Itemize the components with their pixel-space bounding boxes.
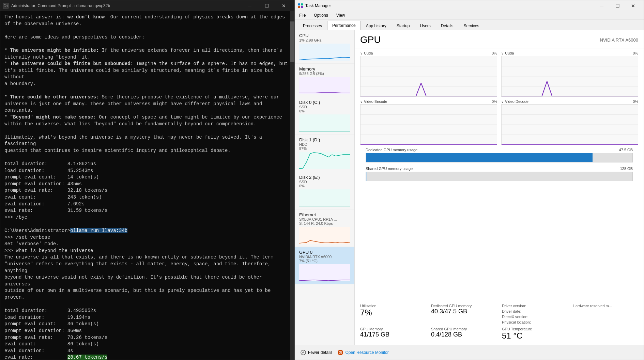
cmd-window: C:\ Administrator: Command Prompt - olla… [0,0,295,360]
menu-file[interactable]: File [298,12,307,18]
fewer-details-button[interactable]: Fewer details [301,350,332,355]
chart-block-decode: ∨ Video Decode 0% [501,99,638,145]
cuda1-arrow: ∨ [360,51,363,55]
sidebar-item-disk1[interactable]: Disk 1 (D:) HDD 97% [295,135,354,172]
stat-gpu-temperature-value: 51 °C [502,331,567,341]
encode-label: ∨ Video Encode [360,99,387,104]
cmd-minimize-button[interactable]: ─ [242,1,258,11]
sidebar-memory-graph [299,77,350,94]
sidebar-disk1-sub2: 97% [299,146,350,151]
tm-minimize-button[interactable]: ─ [594,1,610,11]
sidebar-item-disk0[interactable]: Disk 0 (C:) SSD 0% [295,97,354,135]
cuda2-pct: 0% [633,51,638,55]
tab-users[interactable]: Users [415,21,435,30]
svg-rect-6 [299,114,350,131]
stat-gpu-memory-value: 41/175 GB [360,331,426,338]
stat-hardware-reserved: Hardware reserved m... [573,304,638,324]
tab-startup[interactable]: Startup [392,21,415,30]
stat-driver-version-label: Driver version: [502,304,567,308]
gpu-title: GPU [360,34,381,45]
sidebar-gpu0-graph [299,264,350,281]
tm-restore-button[interactable]: ☐ [610,1,625,11]
cmd-title: Administrator: Command Prompt - ollama r… [11,3,110,8]
shared-memory-section: Shared GPU memory usage 128 GB [360,167,638,183]
stat-utilisation-value: 7% [360,308,426,317]
sidebar-ethernet-graph [299,227,350,244]
chart-section-video: ∨ Video Encode 0% [360,99,638,145]
scrollbar[interactable] [290,11,294,360]
tm-close-button[interactable]: ✕ [625,1,641,11]
tab-app-history[interactable]: App history [361,21,392,30]
chart-block-encode: ∨ Video Encode 0% [360,99,497,145]
stat-shared-gpu-memory-label: Shared GPU memory [431,327,496,331]
sidebar-disk2-sub2: 0% [299,184,350,188]
stat-physical-location-label: Physical location: [502,320,567,324]
dedicated-memory-section: Dedicated GPU memory usage 47.5 GB [360,148,638,164]
stat-gpu-temperature-label: GPU Temperature [502,327,567,331]
sidebar-item-cpu[interactable]: CPU 1% 2.98 GHz [295,30,354,64]
tab-services[interactable]: Services [459,21,485,30]
chart-section-cuda: ∨ Cuda 0% [360,51,638,97]
cmd-restore-button[interactable]: ☐ [259,1,275,11]
sidebar-item-gpu0[interactable]: GPU 0 NVIDIA RTX A6000 7% (51 °C) [295,247,354,284]
sidebar-cpu-graph [299,44,350,61]
tm-controls: ─ ☐ ✕ [594,1,641,11]
tab-processes[interactable]: Processes [298,21,327,30]
svg-rect-0 [298,3,300,5]
tm-sidebar: CPU 1% 2.98 GHz Memory 9/256 GB (3%) [295,30,355,345]
cmd-text: The honest answer is: we don't know. Our… [4,14,290,360]
stat-gpu-memory-label: GPU Memory [360,327,426,331]
stat-dedicated-gpu-memory: Dedicated GPU memory 40.3/47.5 GB [431,304,496,324]
svg-rect-3 [301,6,303,8]
encode-pct: 0% [492,99,497,104]
stat-driver-version: Driver version: Driver date: DirectX ver… [502,304,567,324]
sidebar-item-disk2[interactable]: Disk 2 (E:) SSD 0% [295,172,354,209]
chart-canvas-cuda1 [360,56,497,97]
stat-hardware-reserved-label: Hardware reserved m... [573,304,638,308]
task-manager-window: Task Manager ─ ☐ ✕ File Options View Pro… [295,0,644,360]
sidebar-item-memory[interactable]: Memory 9/256 GB (3%) [295,64,354,97]
tm-tabs: Processes Performance App history Startu… [295,19,644,30]
stat-shared-gpu-memory-value: 0.4/128 GB [431,331,496,338]
sidebar-disk1-graph [299,152,350,169]
decode-label: ∨ Video Decode [501,99,528,104]
menu-view[interactable]: View [335,12,347,18]
sidebar-memory-label: Memory [299,66,350,72]
svg-rect-8 [299,189,350,206]
tm-body: CPU 1% 2.98 GHz Memory 9/256 GB (3%) [295,30,644,345]
open-resource-monitor-button[interactable]: Open Resource Monitor [338,350,388,355]
shared-memory-fill [366,172,367,181]
sidebar-item-ethernet[interactable]: Ethernet SXB3A CPU1 RP1A ... S: 144 R: 2… [295,209,354,247]
sidebar-ethernet-sub2: S: 144 R: 24.0 Kbps [299,221,350,225]
sidebar-disk0-graph [299,114,350,131]
svg-rect-4 [299,44,350,61]
sidebar-cpu-sub: 1% 2.98 GHz [299,38,350,42]
decode-pct: 0% [633,99,638,104]
tab-details[interactable]: Details [436,21,459,30]
tab-performance[interactable]: Performance [327,21,361,30]
sidebar-disk2-graph [299,189,350,206]
chart-canvas-encode [360,104,497,145]
stat-shared-gpu-memory: Shared GPU memory 0.4/128 GB [431,327,496,341]
cuda1-pct: 0% [492,51,497,55]
dedicated-memory-size: 47.5 GB [619,148,633,152]
stat-gpu-memory: GPU Memory 41/175 GB [360,327,426,341]
shared-memory-label: Shared GPU memory usage [366,167,413,171]
chart-block-cuda1: ∨ Cuda 0% [360,51,497,97]
menu-options[interactable]: Options [312,12,329,18]
sidebar-disk0-sub2: 0% [299,109,350,113]
chevron-up-icon [301,350,306,355]
svg-rect-9 [299,227,350,244]
stat-driver-date-label: Driver date: [502,309,567,313]
svg-rect-10 [299,264,350,281]
gpu-model: NVIDIA RTX A6000 [600,37,639,43]
gpu-charts-area: ∨ Cuda 0% [355,48,644,301]
sidebar-gpu0-label: GPU 0 [299,250,350,255]
stat-dedicated-gpu-memory-value: 40.3/47.5 GB [431,308,496,315]
sidebar-disk2-sub: SSD [299,180,350,184]
sidebar-ethernet-sub: SXB3A CPU1 RP1A ... [299,217,350,221]
cmd-content[interactable]: The honest answer is: we don't know. Our… [0,11,294,360]
cmd-close-button[interactable]: ✕ [276,1,292,11]
stat-directx-label: DirectX version: [502,315,567,319]
gpu-header: GPU NVIDIA RTX A6000 [355,30,644,48]
